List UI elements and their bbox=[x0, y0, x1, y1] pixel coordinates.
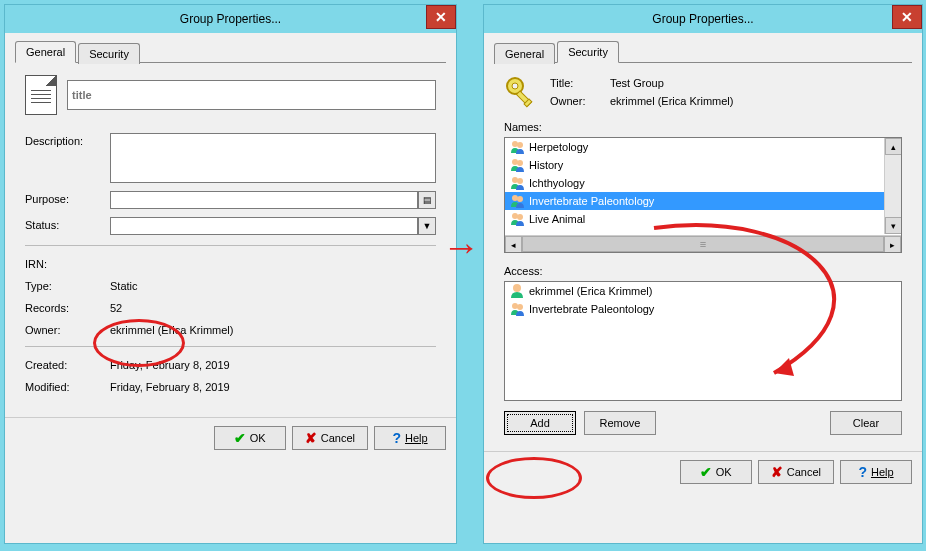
group-icon bbox=[509, 139, 525, 155]
titlebar[interactable]: Group Properties... ✕ bbox=[484, 5, 922, 33]
svg-point-11 bbox=[517, 196, 523, 202]
status-combo[interactable]: ▼ bbox=[110, 217, 436, 235]
svg-point-15 bbox=[512, 303, 518, 309]
window-title: Group Properties... bbox=[652, 12, 753, 26]
label-title: Title: bbox=[550, 75, 610, 89]
help-button[interactable]: ?Help bbox=[374, 426, 446, 450]
ok-button[interactable]: ✔OK bbox=[680, 460, 752, 484]
add-button[interactable]: Add bbox=[504, 411, 576, 435]
value-created: Friday, February 8, 2019 bbox=[110, 357, 436, 371]
annotation-arrow-right: → bbox=[442, 226, 480, 269]
value-title: Test Group bbox=[610, 75, 902, 89]
status-input[interactable] bbox=[110, 217, 418, 235]
document-icon bbox=[25, 75, 57, 115]
lookup-icon: ▤ bbox=[423, 195, 432, 205]
key-icon bbox=[504, 75, 540, 111]
grip-icon: ≡ bbox=[700, 238, 706, 250]
list-item[interactable]: Ichthyology bbox=[505, 174, 901, 192]
label-modified: Modified: bbox=[25, 379, 110, 393]
label-owner: Owner: bbox=[25, 322, 110, 336]
scroll-left-button[interactable]: ◂ bbox=[505, 236, 522, 253]
cancel-button[interactable]: ✘Cancel bbox=[292, 426, 368, 450]
svg-point-4 bbox=[512, 141, 518, 147]
access-listbox[interactable]: ekrimmel (Erica Krimmel) Invertebrate Pa… bbox=[504, 281, 902, 401]
value-owner: ekrimmel (Erica Krimmel) bbox=[110, 322, 436, 336]
description-input[interactable] bbox=[110, 133, 436, 183]
svg-point-12 bbox=[512, 213, 518, 219]
list-item[interactable]: Invertebrate Paleontology bbox=[505, 192, 901, 210]
close-button[interactable]: ✕ bbox=[892, 5, 922, 29]
value-type: Static bbox=[110, 278, 436, 292]
value-owner: ekrimmel (Erica Krimmel) bbox=[610, 93, 902, 107]
check-icon: ✔ bbox=[234, 430, 246, 446]
label-records: Records: bbox=[25, 300, 110, 314]
svg-point-13 bbox=[517, 214, 523, 220]
group-icon bbox=[509, 157, 525, 173]
group-icon bbox=[509, 193, 525, 209]
client-area: General Security Description: Purpose: ▤ bbox=[5, 33, 456, 417]
status-dropdown-button[interactable]: ▼ bbox=[418, 217, 436, 235]
tabpanel-security: Title:Test Group Owner:ekrimmel (Erica K… bbox=[494, 63, 912, 443]
scrollbar-vertical[interactable]: ▴ ▾ bbox=[884, 138, 901, 234]
value-irn bbox=[110, 256, 436, 258]
titlebar[interactable]: Group Properties... ✕ bbox=[5, 5, 456, 33]
client-area: General Security Title:Test Group Owner:… bbox=[484, 33, 922, 451]
tabpanel-general: Description: Purpose: ▤ Status: ▼ IRN: T… bbox=[15, 63, 446, 409]
footer-buttons: ✔OK ✘Cancel ?Help bbox=[5, 417, 456, 460]
svg-point-16 bbox=[517, 304, 523, 310]
close-icon: ✕ bbox=[435, 9, 447, 25]
list-item[interactable]: ekrimmel (Erica Krimmel) bbox=[505, 282, 901, 300]
names-listbox[interactable]: Herpetology History Ichthyology Inverteb… bbox=[504, 137, 902, 253]
remove-button[interactable]: Remove bbox=[584, 411, 656, 435]
purpose-input[interactable] bbox=[110, 191, 418, 209]
tab-general[interactable]: General bbox=[15, 41, 76, 63]
clear-button[interactable]: Clear bbox=[830, 411, 902, 435]
group-icon bbox=[509, 301, 525, 317]
scroll-down-button[interactable]: ▾ bbox=[885, 217, 902, 234]
label-access: Access: bbox=[504, 263, 902, 277]
svg-point-14 bbox=[513, 284, 521, 292]
label-created: Created: bbox=[25, 357, 110, 371]
label-type: Type: bbox=[25, 278, 110, 292]
close-button[interactable]: ✕ bbox=[426, 5, 456, 29]
scrollbar-horizontal[interactable]: ◂ ≡ ▸ bbox=[505, 235, 901, 252]
tabstrip: General Security bbox=[494, 41, 912, 63]
tab-security[interactable]: Security bbox=[78, 43, 140, 64]
tab-security[interactable]: Security bbox=[557, 41, 619, 63]
help-button[interactable]: ?Help bbox=[840, 460, 912, 484]
list-item[interactable]: Herpetology bbox=[505, 138, 901, 156]
group-icon bbox=[509, 175, 525, 191]
svg-point-5 bbox=[517, 142, 523, 148]
scroll-thumb[interactable]: ≡ bbox=[522, 236, 884, 252]
svg-point-7 bbox=[517, 160, 523, 166]
ok-button[interactable]: ✔OK bbox=[214, 426, 286, 450]
label-description: Description: bbox=[25, 133, 110, 147]
title-input[interactable] bbox=[67, 80, 436, 110]
value-modified: Friday, February 8, 2019 bbox=[110, 379, 436, 393]
svg-point-1 bbox=[512, 83, 518, 89]
purpose-combo[interactable]: ▤ bbox=[110, 191, 436, 209]
scroll-up-button[interactable]: ▴ bbox=[885, 138, 902, 155]
cancel-button[interactable]: ✘Cancel bbox=[758, 460, 834, 484]
chevron-down-icon: ▼ bbox=[423, 221, 432, 231]
close-icon: ✕ bbox=[901, 9, 913, 25]
left-window: Group Properties... ✕ General Security D… bbox=[4, 4, 457, 544]
label-irn: IRN: bbox=[25, 256, 110, 270]
list-item[interactable]: Invertebrate Paleontology bbox=[505, 300, 901, 318]
purpose-lookup-button[interactable]: ▤ bbox=[418, 191, 436, 209]
cross-icon: ✘ bbox=[305, 430, 317, 446]
svg-point-6 bbox=[512, 159, 518, 165]
check-icon: ✔ bbox=[700, 464, 712, 480]
scroll-right-button[interactable]: ▸ bbox=[884, 236, 901, 253]
right-window: Group Properties... ✕ General Security bbox=[483, 4, 923, 544]
window-title: Group Properties... bbox=[180, 12, 281, 26]
tab-general[interactable]: General bbox=[494, 43, 555, 64]
svg-point-8 bbox=[512, 177, 518, 183]
list-item[interactable]: History bbox=[505, 156, 901, 174]
list-item[interactable]: Live Animal bbox=[505, 210, 901, 228]
group-icon bbox=[509, 211, 525, 227]
separator bbox=[25, 245, 436, 246]
separator bbox=[25, 346, 436, 347]
label-purpose: Purpose: bbox=[25, 191, 110, 205]
label-owner: Owner: bbox=[550, 93, 610, 107]
